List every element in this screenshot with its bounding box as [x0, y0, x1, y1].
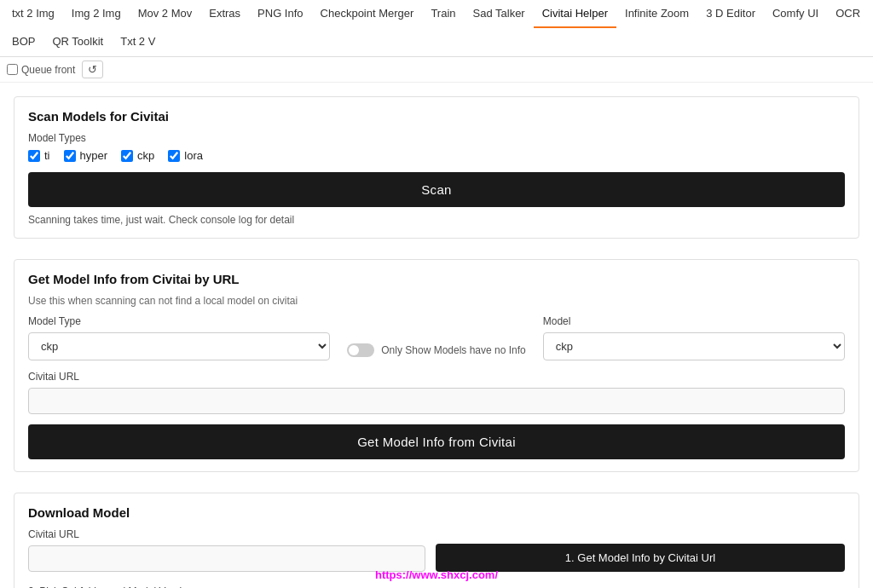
- checkbox-lora-label: lora: [184, 149, 203, 162]
- checkbox-lora-input[interactable]: [168, 150, 180, 162]
- checkbox-ti-input[interactable]: [28, 150, 40, 162]
- civitai-url-row: Civitai URL: [28, 371, 845, 414]
- nav-3d-editor[interactable]: 3 D Editor: [697, 0, 764, 28]
- nav-txt2img[interactable]: txt 2 Img: [3, 0, 63, 28]
- get-model-info-button[interactable]: Get Model Info from Civitai: [28, 424, 845, 459]
- scan-section: Scan Models for Civitai Model Types ti h…: [14, 96, 859, 239]
- nav-extras[interactable]: Extras: [200, 0, 249, 28]
- nav-pnginfo[interactable]: PNG Info: [249, 0, 311, 28]
- nav-infinite-zoom[interactable]: Infinite Zoom: [616, 0, 697, 28]
- checkbox-hyper-label: hyper: [80, 149, 108, 162]
- checkbox-ckp[interactable]: ckp: [121, 149, 154, 162]
- checkbox-lora[interactable]: lora: [168, 149, 203, 162]
- only-show-toggle-label[interactable]: Only Show Models have no Info: [347, 343, 525, 357]
- download-civitai-url-input[interactable]: [28, 545, 425, 572]
- main-content: Scan Models for Civitai Model Types ti h…: [0, 83, 873, 588]
- toggle-col: Only Show Models have no Info: [347, 343, 525, 360]
- nav-mov2mov[interactable]: Mov 2 Mov: [130, 0, 201, 28]
- refresh-button[interactable]: ↺: [82, 61, 103, 78]
- model-info-row: Model Type ckp lora ti hyper Only Show M…: [28, 315, 845, 360]
- model-label: Model: [543, 315, 845, 327]
- download-civitai-url-wrap: Civitai URL: [28, 528, 425, 572]
- checkbox-hyper-input[interactable]: [64, 150, 76, 162]
- queue-front-checkbox[interactable]: [7, 64, 18, 75]
- model-info-section: Get Model Info from Civitai by URL Use t…: [14, 259, 859, 472]
- download-section-title: Download Model: [28, 505, 845, 520]
- nav-img2img[interactable]: Img 2 Img: [63, 0, 130, 28]
- queue-bar: Queue front ↺: [0, 57, 873, 83]
- model-types-checkboxes: ti hyper ckp lora: [28, 149, 845, 162]
- checkbox-ti-label: ti: [44, 149, 50, 162]
- checkbox-ti[interactable]: ti: [28, 149, 50, 162]
- model-type-col: Model Type ckp lora ti hyper: [28, 315, 330, 360]
- model-type-select[interactable]: ckp lora ti hyper: [28, 332, 330, 360]
- checkbox-ckp-input[interactable]: [121, 150, 133, 162]
- download-section: Download Model Civitai URL 1. Get Model …: [14, 493, 859, 588]
- only-show-toggle[interactable]: [347, 343, 374, 357]
- top-navigation: txt 2 Img Img 2 Img Mov 2 Mov Extras PNG…: [0, 0, 873, 57]
- download-url-row: Civitai URL 1. Get Model Info by Civitai…: [28, 528, 845, 572]
- scan-button[interactable]: Scan: [28, 172, 845, 207]
- get-model-info-by-url-button[interactable]: 1. Get Model Info by Civitai Url: [436, 544, 845, 572]
- checkbox-ckp-label: ckp: [137, 149, 154, 162]
- queue-front-label[interactable]: Queue front: [7, 64, 75, 76]
- nav-ocr[interactable]: OCR: [827, 0, 869, 28]
- nav-train[interactable]: Train: [422, 0, 464, 28]
- civitai-url-label: Civitai URL: [28, 371, 845, 383]
- checkbox-hyper[interactable]: hyper: [64, 149, 108, 162]
- model-info-title: Get Model Info from Civitai by URL: [28, 272, 845, 286]
- model-types-label: Model Types: [28, 132, 845, 144]
- nav-qr-toolkit[interactable]: QR Toolkit: [43, 28, 112, 56]
- nav-sad-talker[interactable]: Sad Talker: [465, 0, 534, 28]
- only-show-label-text: Only Show Models have no Info: [381, 344, 525, 356]
- nav-civitai-helper[interactable]: Civitai Helper: [534, 0, 616, 28]
- nav-txt2v[interactable]: Txt 2 V: [112, 28, 164, 56]
- scan-note: Scanning takes time, just wait. Check co…: [28, 214, 845, 226]
- download-civitai-url-label: Civitai URL: [28, 528, 425, 540]
- nav-checkpoint-merger[interactable]: Checkpoint Merger: [312, 0, 423, 28]
- model-type-label: Model Type: [28, 315, 330, 327]
- nav-bop[interactable]: BOP: [3, 28, 43, 56]
- civitai-url-input[interactable]: [28, 388, 845, 414]
- model-select[interactable]: ckp: [543, 332, 845, 360]
- model-info-subtitle: Use this when scanning can not find a lo…: [28, 295, 845, 307]
- queue-front-text: Queue front: [21, 64, 75, 76]
- model-col: Model ckp: [543, 315, 845, 360]
- nav-comfy-ui[interactable]: Comfy UI: [764, 0, 827, 28]
- scan-section-title: Scan Models for Civitai: [28, 109, 845, 124]
